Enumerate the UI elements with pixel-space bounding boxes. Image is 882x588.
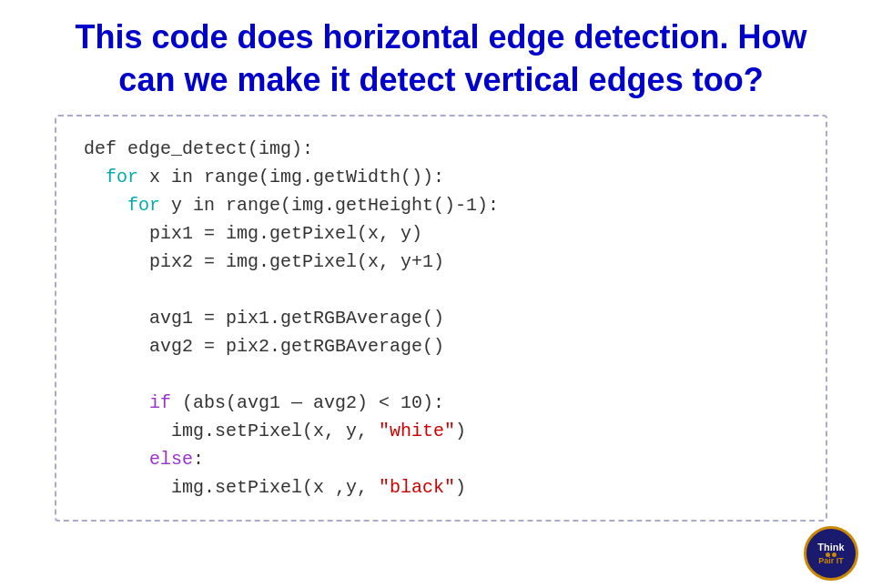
code-line: for y in range(img.getHeight()-1): — [84, 191, 798, 219]
code-line: if (abs(avg1 — avg2) < 10): — [84, 389, 798, 417]
think-circle: Think Pair IT — [804, 526, 858, 581]
code-line: img.setPixel(x, y, "white") — [84, 417, 798, 445]
think-logo: Think Pair IT — [804, 526, 869, 581]
code-line: for x in range(img.getWidth()): — [84, 163, 798, 191]
code-line — [84, 276, 798, 304]
code-line: pix2 = img.getPixel(x, y+1) — [84, 248, 798, 276]
code-line: pix1 = img.getPixel(x, y) — [84, 219, 798, 248]
code-line: img.setPixel(x ,y, "black") — [84, 473, 798, 502]
code-block: def edge_detect(img): for x in range(img… — [55, 115, 827, 522]
code-line: avg1 = pix1.getRGBAverage() — [84, 304, 798, 332]
think-subtext: Pair IT — [818, 557, 844, 566]
code-line: def edge_detect(img): — [84, 135, 798, 163]
code-line: else: — [84, 445, 798, 473]
code-line: avg2 = pix2.getRGBAverage() — [84, 332, 798, 360]
think-text: Think — [817, 542, 844, 553]
header: This code does horizontal edge detection… — [0, 0, 882, 115]
header-title: This code does horizontal edge detection… — [36, 16, 846, 102]
code-line — [84, 360, 798, 389]
